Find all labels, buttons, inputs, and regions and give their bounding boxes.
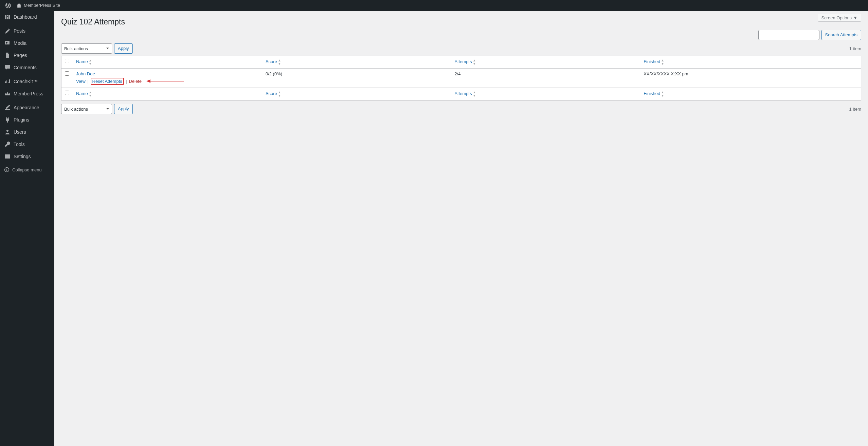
sidebar-item-dashboard[interactable]: Dashboard — [0, 11, 54, 23]
sort-icon: ▲▼ — [473, 91, 476, 97]
media-icon — [4, 40, 11, 47]
main-content: Quiz 102 Attempts Screen Options ▼ Searc… — [54, 11, 868, 123]
row-attempts: 2/4 — [451, 69, 640, 88]
svg-marker-2 — [146, 79, 150, 83]
sidebar-item-appearance[interactable]: Appearance — [0, 101, 54, 114]
select-all-bottom[interactable] — [65, 91, 69, 95]
column-header-finished[interactable]: Finished▲▼ — [644, 59, 664, 64]
column-header-score[interactable]: Score▲▼ — [266, 59, 281, 64]
sort-icon: ▲▼ — [89, 91, 92, 97]
sidebar-item-media[interactable]: Media — [0, 37, 54, 49]
sidebar-label: Settings — [14, 154, 31, 159]
sidebar-label: Dashboard — [14, 14, 37, 20]
sidebar-label: Appearance — [14, 105, 39, 110]
arrow-annotation — [146, 79, 184, 85]
sidebar-label: MemberPress — [14, 91, 43, 96]
highlight-annotation: Reset Attempts — [91, 78, 124, 85]
sidebar-item-memberpress[interactable]: MemberPress — [0, 88, 54, 100]
settings-icon — [4, 153, 11, 160]
site-link[interactable]: MemberPress Site — [14, 0, 63, 11]
sidebar-item-comments[interactable]: Comments — [0, 61, 54, 74]
attempts-table: Name▲▼ Score▲▼ Attempts▲▼ Finished▲▼ Joh… — [61, 56, 861, 100]
svg-point-0 — [5, 168, 9, 172]
sidebar-label: Comments — [14, 65, 37, 70]
wordpress-icon — [5, 3, 11, 8]
row-score: 0/2 (0%) — [262, 69, 451, 88]
separator: | — [126, 79, 127, 84]
item-count-top: 1 item — [849, 46, 861, 51]
sidebar-item-users[interactable]: Users — [0, 126, 54, 138]
comments-icon — [4, 64, 11, 71]
sidebar-item-posts[interactable]: Posts — [0, 25, 54, 37]
sidebar-label: Plugins — [14, 117, 29, 123]
home-icon — [16, 3, 22, 8]
sidebar-item-tools[interactable]: Tools — [0, 138, 54, 150]
column-footer-name[interactable]: Name▲▼ — [76, 91, 92, 96]
row-action-view[interactable]: View — [76, 79, 86, 84]
screen-options-label: Screen Options — [821, 15, 852, 20]
tools-icon — [4, 141, 11, 148]
sidebar-item-coachkit[interactable]: CoachKit™ — [0, 75, 54, 88]
column-footer-finished[interactable]: Finished▲▼ — [644, 91, 664, 96]
sidebar-label: Media — [14, 40, 26, 46]
sidebar-item-pages[interactable]: Pages — [0, 49, 54, 61]
page-title: Quiz 102 Attempts — [61, 14, 125, 28]
users-icon — [4, 129, 11, 135]
search-input[interactable] — [758, 30, 819, 40]
dashboard-icon — [4, 14, 11, 20]
sort-icon: ▲▼ — [473, 59, 476, 66]
sidebar-label: Posts — [14, 28, 25, 34]
chart-icon — [4, 78, 11, 85]
admin-bar: MemberPress Site — [0, 0, 868, 11]
row-finished: XX/XX/XXXX X:XX pm — [640, 69, 861, 88]
bulk-actions-select-bottom[interactable]: Bulk actions — [61, 104, 112, 114]
sidebar-label: Tools — [14, 142, 25, 147]
bulk-actions-select-top[interactable]: Bulk actions — [61, 43, 112, 54]
row-actions: View | Reset Attempts | Delete — [76, 78, 259, 85]
row-action-reset[interactable]: Reset Attempts — [92, 79, 122, 84]
bulk-apply-top[interactable]: Apply — [114, 43, 133, 54]
sidebar-label: Pages — [14, 53, 27, 58]
wp-logo[interactable] — [3, 3, 14, 8]
item-count-bottom: 1 item — [849, 107, 861, 112]
plugins-icon — [4, 116, 11, 123]
pin-icon — [4, 27, 11, 34]
sidebar-item-settings[interactable]: Settings — [0, 150, 54, 163]
memberpress-icon — [4, 90, 11, 97]
column-header-attempts[interactable]: Attempts▲▼ — [454, 59, 476, 64]
sort-icon: ▲▼ — [89, 59, 92, 66]
caret-down-icon: ▼ — [853, 15, 857, 20]
sort-icon: ▲▼ — [661, 91, 664, 97]
sort-icon: ▲▼ — [278, 91, 281, 97]
collapse-menu[interactable]: Collapse menu — [0, 164, 54, 175]
page-icon — [4, 52, 11, 59]
table-row: John Doe View | Reset Attempts | Delete … — [61, 69, 861, 88]
column-footer-score[interactable]: Score▲▼ — [266, 91, 281, 96]
site-name: MemberPress Site — [24, 0, 60, 11]
admin-sidebar: Dashboard Posts Media Pages Comments Coa… — [0, 11, 54, 446]
sidebar-item-plugins[interactable]: Plugins — [0, 114, 54, 126]
separator: | — [88, 79, 89, 84]
column-header-name[interactable]: Name▲▼ — [76, 59, 92, 64]
row-action-delete[interactable]: Delete — [129, 79, 142, 84]
collapse-label: Collapse menu — [12, 167, 42, 172]
sidebar-label: CoachKit™ — [14, 79, 38, 84]
screen-options-toggle[interactable]: Screen Options ▼ — [818, 14, 861, 22]
bulk-apply-bottom[interactable]: Apply — [114, 104, 133, 114]
appearance-icon — [4, 104, 11, 111]
sort-icon: ▲▼ — [661, 59, 664, 66]
row-name-link[interactable]: John Doe — [76, 71, 95, 76]
sidebar-label: Users — [14, 129, 26, 135]
column-footer-attempts[interactable]: Attempts▲▼ — [454, 91, 476, 96]
select-all-top[interactable] — [65, 59, 69, 63]
collapse-icon — [4, 167, 10, 172]
sort-icon: ▲▼ — [278, 59, 281, 66]
row-checkbox[interactable] — [65, 71, 69, 76]
search-button[interactable]: Search Attempts — [821, 30, 861, 40]
